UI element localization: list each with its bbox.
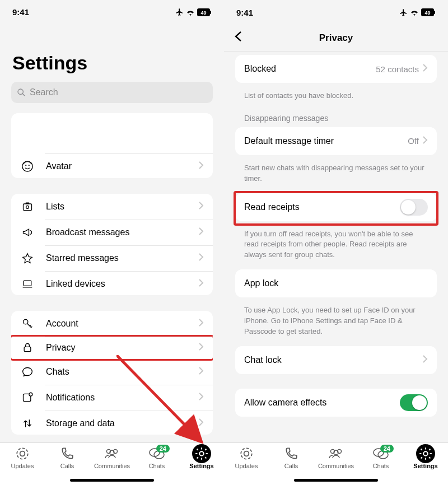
row-linked-devices[interactable]: Linked devices bbox=[11, 271, 213, 295]
arrows-updown-icon bbox=[20, 418, 35, 429]
row-blocked-value: 52 contacts bbox=[376, 64, 419, 74]
svg-rect-8 bbox=[24, 204, 32, 211]
star-icon bbox=[20, 253, 35, 264]
section-disappearing: Disappearing messages bbox=[224, 110, 448, 127]
tab-calls[interactable]: Calls bbox=[272, 446, 311, 469]
chevron-right-icon bbox=[422, 63, 428, 74]
svg-rect-10 bbox=[26, 203, 30, 204]
chevron-left-icon bbox=[234, 31, 242, 42]
avatar-face-icon bbox=[20, 160, 35, 172]
chevron-right-icon bbox=[198, 318, 204, 329]
row-avatar[interactable]: Avatar bbox=[11, 153, 213, 178]
lists-icon bbox=[20, 201, 35, 212]
caption-read-receipts: If you turn off read receipts, you won't… bbox=[224, 226, 448, 270]
chevron-right-icon bbox=[198, 418, 204, 429]
statusbar-left: 9:41 49 bbox=[0, 0, 224, 24]
phone-privacy: 9:41 49 Privacy Blocked 52 contacts List… bbox=[224, 0, 448, 485]
toggle-camera-effects[interactable] bbox=[400, 394, 428, 411]
row-camera-effects: Allow camera effects bbox=[235, 389, 437, 417]
chevron-right-icon bbox=[422, 136, 428, 147]
row-timer-value: Off bbox=[408, 136, 419, 146]
tab-updates[interactable]: Updates bbox=[227, 446, 266, 469]
chats-badge: 24 bbox=[380, 445, 394, 453]
svg-point-36 bbox=[423, 451, 428, 456]
svg-point-6 bbox=[25, 165, 26, 166]
row-avatar-label: Avatar bbox=[46, 161, 198, 171]
tab-updates[interactable]: Updates bbox=[3, 446, 42, 469]
svg-text:49: 49 bbox=[200, 10, 206, 15]
tab-calls-label: Calls bbox=[284, 463, 298, 469]
row-chats[interactable]: Chats bbox=[11, 359, 213, 385]
tab-communities[interactable]: Communities bbox=[316, 446, 356, 469]
updates-icon bbox=[239, 446, 254, 461]
nav-header: Privacy bbox=[224, 25, 448, 52]
svg-point-18 bbox=[17, 448, 28, 459]
svg-rect-27 bbox=[434, 11, 435, 14]
chevron-right-icon bbox=[198, 278, 204, 290]
tab-settings[interactable]: Settings bbox=[406, 446, 445, 469]
svg-rect-11 bbox=[24, 281, 31, 286]
row-starred-label: Starred messages bbox=[46, 253, 198, 263]
page-title: Settings bbox=[0, 24, 224, 82]
row-profile[interactable] bbox=[11, 113, 213, 153]
svg-point-19 bbox=[20, 451, 25, 456]
home-indicator bbox=[294, 479, 378, 482]
phone-settings: 9:41 49 Settings Search Avatar bbox=[0, 0, 224, 485]
row-blocked[interactable]: Blocked 52 contacts bbox=[235, 55, 437, 83]
updates-icon bbox=[15, 446, 30, 461]
lock-icon bbox=[20, 342, 35, 353]
svg-point-29 bbox=[241, 448, 252, 459]
row-default-timer[interactable]: Default message timer Off bbox=[235, 127, 437, 155]
tab-settings[interactable]: Settings bbox=[182, 446, 221, 469]
tab-chats[interactable]: 24 Chats bbox=[361, 446, 400, 469]
tab-settings-label: Settings bbox=[413, 463, 437, 469]
back-button[interactable] bbox=[231, 31, 245, 45]
privacy-scroll[interactable]: Blocked 52 contacts List of contacts you… bbox=[224, 52, 448, 485]
tab-calls-label: Calls bbox=[60, 463, 74, 469]
row-account-label: Account bbox=[46, 319, 198, 329]
gear-icon bbox=[194, 446, 209, 461]
people-icon bbox=[104, 446, 120, 461]
status-icons: 49 bbox=[399, 8, 436, 17]
svg-point-9 bbox=[26, 206, 29, 208]
speech-bubble-icon bbox=[20, 366, 35, 377]
laptop-icon bbox=[20, 278, 35, 290]
status-time: 9:41 bbox=[12, 7, 29, 17]
airplane-icon bbox=[175, 8, 184, 16]
row-chats-label: Chats bbox=[46, 367, 198, 377]
row-read-receipts-label: Read receipts bbox=[244, 202, 400, 212]
row-notifications[interactable]: Notifications bbox=[11, 385, 213, 411]
group-lists: Lists Broadcast messages Starred message… bbox=[11, 194, 213, 295]
chevron-right-icon bbox=[198, 342, 204, 353]
tab-communities-label: Communities bbox=[94, 463, 130, 469]
tab-communities[interactable]: Communities bbox=[92, 446, 132, 469]
svg-point-30 bbox=[244, 451, 249, 456]
chevron-right-icon bbox=[198, 161, 204, 172]
row-app-lock[interactable]: App lock bbox=[235, 269, 437, 297]
tab-chats-label: Chats bbox=[373, 463, 389, 469]
toggle-read-receipts[interactable] bbox=[400, 199, 428, 216]
row-storage[interactable]: Storage and data bbox=[11, 411, 213, 435]
caption-timer: Start new chats with disappearing messag… bbox=[224, 160, 448, 193]
status-time: 9:41 bbox=[236, 8, 253, 17]
search-input[interactable]: Search bbox=[11, 82, 213, 102]
tab-updates-label: Updates bbox=[235, 463, 258, 469]
notification-badge-icon bbox=[20, 392, 35, 403]
svg-point-7 bbox=[29, 165, 30, 166]
row-starred[interactable]: Starred messages bbox=[11, 245, 213, 271]
row-chat-lock[interactable]: Chat lock bbox=[235, 346, 437, 374]
svg-rect-1 bbox=[210, 11, 211, 14]
wifi-icon bbox=[410, 9, 419, 16]
svg-point-5 bbox=[22, 161, 32, 171]
row-broadcast[interactable]: Broadcast messages bbox=[11, 220, 213, 245]
row-notifications-label: Notifications bbox=[46, 393, 198, 403]
chevron-right-icon bbox=[198, 366, 204, 377]
chats-badge: 24 bbox=[156, 445, 170, 453]
row-privacy[interactable]: Privacy bbox=[11, 335, 213, 361]
tab-chats[interactable]: 24 Chats bbox=[137, 446, 176, 469]
nav-title: Privacy bbox=[224, 32, 448, 44]
row-lists[interactable]: Lists bbox=[11, 194, 213, 220]
row-account[interactable]: Account bbox=[11, 311, 213, 337]
row-lists-label: Lists bbox=[46, 202, 198, 212]
tab-calls[interactable]: Calls bbox=[48, 446, 87, 469]
